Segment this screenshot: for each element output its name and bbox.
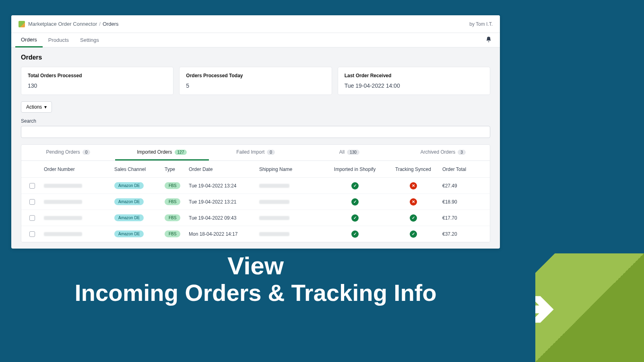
sales-channel-badge: Amazon DE [114,198,144,205]
table-tab-3[interactable]: All130 [302,145,396,160]
stat-total-value: 130 [28,82,167,89]
x-icon: ✕ [410,198,417,206]
type-badge: FBS [165,214,180,221]
order-date: Mon 18-04-2022 14:17 [189,231,259,237]
check-icon: ✓ [351,214,359,222]
stat-total: Total Orders Processed 130 [21,67,173,95]
table-tab-0[interactable]: Pending Orders0 [21,145,115,160]
check-icon: ✓ [410,214,417,222]
breadcrumb-app[interactable]: Marketplace Order Connector [28,21,97,27]
check-icon: ✓ [351,230,359,238]
row-checkbox[interactable] [29,199,35,205]
sales-channel-badge: Amazon DE [114,182,144,189]
table-tab-1[interactable]: Imported Orders127 [115,145,209,160]
app-logo-icon [19,21,25,27]
table-tabs: Pending Orders0Imported Orders127Failed … [21,145,490,161]
order-total: €17.70 [442,215,490,221]
stats-row: Total Orders Processed 130 Orders Proces… [21,67,490,95]
caret-down-icon: ▾ [44,104,47,110]
stat-last-label: Last Order Received [345,73,483,78]
row-checkbox[interactable] [29,231,35,237]
tab-orders[interactable]: Orders [15,33,43,47]
actions-label: Actions [26,104,42,110]
search-label: Search [21,118,490,124]
stat-today-value: 5 [186,82,325,89]
shipping-name-blurred [259,200,289,204]
content: Orders Total Orders Processed 130 Orders… [11,47,500,249]
actions-button[interactable]: Actions ▾ [21,101,52,113]
sales-channel-badge: Amazon DE [114,230,144,237]
table-row[interactable]: Amazon DEFBSTue 19-04-2022 09:43✓✓€17.70 [21,210,490,226]
type-badge: FBS [165,182,180,189]
stat-last: Last Order Received Tue 19-04-2022 14:00 [338,67,490,95]
notifications-icon[interactable] [485,36,492,44]
type-badge: FBS [165,230,180,237]
next-arrow-icon[interactable] [535,253,644,362]
shipping-name-blurred [259,216,289,220]
order-date: Tue 19-04-2022 13:21 [189,199,259,205]
order-number-blurred [44,232,82,236]
breadcrumb-sep: / [99,21,101,27]
stat-last-value: Tue 19-04-2022 14:00 [345,82,483,89]
orders-table: Pending Orders0Imported Orders127Failed … [21,144,490,243]
order-date: Tue 19-04-2022 13:24 [189,183,259,189]
order-date: Tue 19-04-2022 09:43 [189,215,259,221]
sales-channel-badge: Amazon DE [114,214,144,221]
page-title: Orders [21,54,490,61]
stat-today: Orders Processed Today 5 [179,67,332,95]
type-badge: FBS [165,198,180,205]
order-total: €27.49 [442,183,490,189]
app-window: Marketplace Order Connector / Orders by … [11,15,500,249]
search-input[interactable] [21,126,490,138]
tab-products[interactable]: Products [43,33,74,47]
shipping-name-blurred [259,184,289,188]
check-icon: ✓ [351,198,359,206]
order-number-blurred [44,216,82,220]
promo-overlay: View Incoming Orders & Tracking Info [0,253,511,305]
x-icon: ✕ [410,182,417,189]
breadcrumb-page: Orders [103,21,119,27]
stat-today-label: Orders Processed Today [186,73,325,78]
table-tab-4[interactable]: Archived Orders3 [396,145,490,160]
table-tab-2[interactable]: Failed Import0 [209,145,303,160]
table-row[interactable]: Amazon DEFBSTue 19-04-2022 13:21✓✕€18.90 [21,194,490,210]
topbar: Marketplace Order Connector / Orders by … [11,15,500,33]
nav-tabs: Orders Products Settings [11,33,500,47]
table-header: Order NumberSales ChannelTypeOrder DateS… [21,161,490,178]
check-icon: ✓ [410,230,417,238]
table-row[interactable]: Amazon DEFBSMon 18-04-2022 14:17✓✓€37.20 [21,226,490,242]
order-number-blurred [44,200,82,204]
row-checkbox[interactable] [29,183,35,189]
tab-settings[interactable]: Settings [74,33,105,47]
stat-total-label: Total Orders Processed [28,73,167,78]
byline: by Tom I.T. [469,21,493,27]
order-total: €18.90 [442,199,490,205]
shipping-name-blurred [259,232,289,236]
promo-line2: Incoming Orders & Tracking Info [0,281,511,305]
order-total: €37.20 [442,231,490,237]
order-number-blurred [44,184,82,188]
table-row[interactable]: Amazon DEFBSTue 19-04-2022 13:24✓✕€27.49 [21,178,490,194]
row-checkbox[interactable] [29,215,35,221]
promo-line1: View [0,253,511,278]
check-icon: ✓ [351,182,359,189]
